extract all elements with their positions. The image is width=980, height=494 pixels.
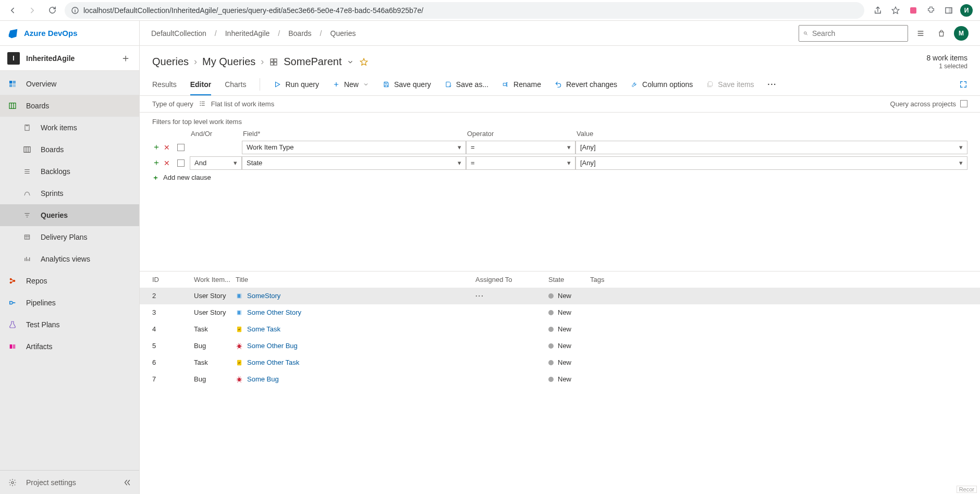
breadcrumb-item[interactable]: InheritedAgile	[225, 29, 270, 38]
andor-select[interactable]: And▾	[190, 156, 242, 170]
value-select[interactable]: [Any]▾	[575, 156, 967, 170]
work-item-link[interactable]: Some Other Bug	[247, 342, 298, 350]
work-item-link[interactable]: Some Other Task	[247, 359, 299, 366]
browser-forward-button[interactable]	[25, 3, 40, 18]
sidebar-footer[interactable]: Project settings	[0, 470, 139, 494]
sidebar-item-artifacts[interactable]: Artifacts	[0, 336, 139, 357]
field-select[interactable]: State▾	[242, 156, 466, 170]
grid-row[interactable]: 7BugSome BugNew	[140, 371, 980, 388]
favorite-star-icon[interactable]	[359, 57, 369, 67]
query-type-icon	[269, 57, 278, 67]
breadcrumb-item[interactable]: Queries	[330, 29, 356, 38]
extension-icon[interactable]	[907, 4, 920, 17]
grid-row[interactable]: 6TaskSome Other TaskNew	[140, 354, 980, 371]
browser-omnibox[interactable]: localhost/DefaultCollection/InheritedAgi…	[65, 2, 864, 19]
pivot-results[interactable]: Results	[152, 73, 177, 95]
add-clause-icon[interactable]: ＋	[152, 157, 161, 168]
flat-list-icon	[199, 100, 206, 107]
work-item-link[interactable]: Some Other Story	[247, 308, 301, 316]
query-across-projects-checkbox[interactable]	[960, 100, 967, 107]
search-box[interactable]	[799, 25, 908, 42]
sidebar-item-overview[interactable]: Overview	[0, 73, 139, 95]
grid-row[interactable]: 5BugSome Other BugNew	[140, 338, 980, 354]
share-icon[interactable]	[872, 4, 884, 17]
browser-reload-button[interactable]	[45, 3, 59, 18]
bag-icon[interactable]	[933, 25, 950, 42]
sidebar-item-boards[interactable]: Boards	[0, 95, 139, 117]
clause-checkbox[interactable]	[177, 159, 185, 167]
save-as-button[interactable]: Save as...	[445, 73, 488, 95]
list-view-icon[interactable]	[912, 25, 929, 42]
sidebar-item-sprints[interactable]: Sprints	[0, 182, 139, 204]
collapse-sidebar-icon[interactable]	[123, 478, 132, 487]
new-button[interactable]: New	[333, 73, 369, 95]
sidebar-item-pipelines[interactable]: Pipelines	[0, 292, 139, 314]
work-item-link[interactable]: SomeStory	[247, 292, 280, 300]
save-icon	[383, 81, 390, 88]
work-item-link[interactable]: Some Task	[247, 325, 280, 333]
sidebar-item-work-items[interactable]: Work items	[0, 117, 139, 139]
pivot-editor[interactable]: Editor	[190, 73, 211, 95]
add-clause-button[interactable]: ＋ Add new clause	[152, 173, 967, 182]
user-avatar[interactable]: M	[954, 26, 969, 41]
query-type-row: Type of query Flat list of work items Qu…	[140, 96, 980, 113]
browser-back-button[interactable]	[5, 3, 20, 18]
sidebar-item-delivery-plans[interactable]: Delivery Plans	[0, 226, 139, 248]
sidebar-item-queries[interactable]: Queries	[0, 204, 139, 226]
page-crumb[interactable]: Queries	[152, 56, 189, 68]
remove-clause-icon[interactable]: ✕	[164, 143, 170, 152]
row-actions-icon[interactable]: ···	[475, 292, 505, 300]
project-row[interactable]: I InheritedAgile ＋	[0, 46, 139, 71]
rename-button[interactable]: Rename	[502, 73, 541, 95]
remove-clause-icon[interactable]: ✕	[164, 159, 170, 167]
work-item-link[interactable]: Some Bug	[247, 375, 279, 383]
clause-checkbox[interactable]	[177, 144, 185, 151]
add-clause-icon[interactable]: ＋	[152, 142, 161, 153]
sidebar-item-backlogs[interactable]: Backlogs	[0, 160, 139, 182]
sidebar-item-analytics-views[interactable]: Analytics views	[0, 248, 139, 270]
pivot-toolbar: Results Editor Charts Run query New Save…	[140, 74, 980, 96]
page-crumb[interactable]: My Queries	[202, 56, 255, 68]
grid-row[interactable]: 4TaskSome TaskNew	[140, 321, 980, 338]
svg-point-1	[75, 8, 75, 9]
cell-type: Bug	[194, 342, 236, 350]
column-options-button[interactable]: Column options	[631, 73, 693, 95]
svg-rect-20	[271, 59, 273, 61]
breadcrumb-item[interactable]: Boards	[288, 29, 311, 38]
query-type-value[interactable]: Flat list of work items	[211, 100, 274, 108]
more-actions-button[interactable]: ···	[768, 73, 777, 95]
sidebar-item-test-plans[interactable]: Test Plans	[0, 314, 139, 336]
revert-button[interactable]: Revert changes	[555, 73, 617, 95]
cell-state: New	[548, 325, 590, 333]
operator-select[interactable]: =▾	[466, 141, 575, 154]
nav-icon	[22, 190, 32, 197]
search-input[interactable]	[812, 29, 903, 38]
svg-rect-22	[271, 63, 273, 65]
svg-rect-6	[13, 81, 16, 83]
operator-select[interactable]: =▾	[466, 156, 575, 170]
title-dropdown-icon[interactable]	[347, 58, 354, 66]
nav-icon	[22, 145, 32, 154]
value-select[interactable]: [Any]▾	[575, 141, 967, 154]
panel-icon[interactable]	[942, 4, 955, 17]
profile-avatar[interactable]: И	[960, 4, 973, 17]
project-add-icon[interactable]: ＋	[119, 51, 132, 65]
state-dot-icon	[548, 310, 554, 315]
star-icon[interactable]	[889, 4, 902, 17]
cell-type: User Story	[194, 308, 236, 316]
grid-row[interactable]: 2User StorySomeStory···New	[140, 288, 980, 304]
fullscreen-icon[interactable]	[959, 80, 967, 89]
pivot-charts[interactable]: Charts	[225, 73, 246, 95]
cell-title: Some Other Bug	[236, 342, 475, 350]
grid-row[interactable]: 3User StorySome Other StoryNew	[140, 304, 980, 321]
brand-row[interactable]: Azure DevOps	[0, 21, 139, 46]
svg-rect-8	[13, 84, 16, 87]
sidebar-item-repos[interactable]: Repos	[0, 270, 139, 292]
breadcrumb-item[interactable]: DefaultCollection	[151, 29, 206, 38]
main-content: DefaultCollection / InheritedAgile / Boa…	[140, 21, 980, 494]
extensions-puzzle-icon[interactable]	[925, 4, 937, 17]
sidebar-item-boards[interactable]: Boards	[0, 139, 139, 160]
save-query-button[interactable]: Save query	[383, 73, 431, 95]
run-query-button[interactable]: Run query	[274, 73, 319, 95]
field-select[interactable]: Work Item Type▾	[242, 141, 466, 154]
